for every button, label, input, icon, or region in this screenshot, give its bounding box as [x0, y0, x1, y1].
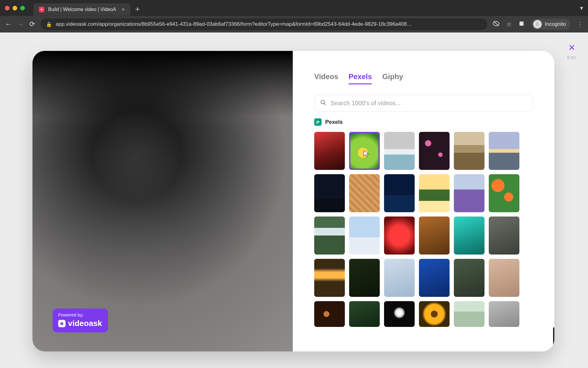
lock-icon: 🔒: [46, 21, 52, 27]
search-icon: [320, 99, 326, 107]
video-thumbnail[interactable]: [454, 132, 484, 170]
incognito-badge[interactable]: 𖠂 Incognito: [531, 19, 570, 30]
video-thumbnail[interactable]: [489, 301, 519, 327]
close-modal-icon[interactable]: ×: [569, 41, 575, 54]
new-tab-button[interactable]: +: [135, 4, 140, 14]
video-thumbnail[interactable]: [384, 132, 415, 170]
video-thumbnail[interactable]: [419, 301, 450, 327]
video-thumbnail[interactable]: [419, 217, 450, 255]
search-input[interactable]: [330, 100, 527, 107]
svg-rect-1: [519, 21, 523, 25]
extensions-icon[interactable]: [518, 21, 525, 28]
tab-pexels[interactable]: Pexels: [349, 72, 372, 84]
back-button[interactable]: ← Back: [553, 328, 554, 351]
video-thumbnail[interactable]: [349, 259, 380, 297]
eye-off-icon[interactable]: [493, 20, 499, 29]
video-thumbnail[interactable]: [349, 217, 380, 255]
kebab-menu-icon[interactable]: ⋮: [577, 21, 583, 28]
powered-by-badge[interactable]: Powered by: ☻ videoask: [53, 309, 108, 332]
video-thumbnail[interactable]: [349, 301, 380, 327]
video-thumbnail[interactable]: [489, 259, 519, 297]
macos-close-button[interactable]: [5, 6, 9, 10]
bookmark-star-icon[interactable]: ☆: [506, 21, 512, 28]
video-thumbnail[interactable]: [314, 301, 345, 327]
browser-tab[interactable]: ▾ Build | Welcome video | VideoA ×: [33, 3, 130, 16]
video-thumbnail[interactable]: [489, 217, 519, 255]
thumbnail-grid: [314, 132, 533, 297]
tab-giphy[interactable]: Giphy: [382, 72, 403, 84]
library-modal: Powered by: ☻ videoask Videos Pexels Gip…: [32, 51, 554, 351]
video-thumbnail[interactable]: [419, 132, 450, 170]
macos-zoom-button[interactable]: [20, 6, 25, 10]
video-thumbnail[interactable]: [314, 132, 345, 170]
search-field[interactable]: [314, 95, 533, 112]
nav-forward-icon[interactable]: →: [17, 20, 24, 28]
incognito-icon: 𖠂: [533, 20, 542, 29]
url-text: app.videoask.com/app/organizations/8b955…: [56, 21, 412, 27]
address-bar[interactable]: 🔒 app.videoask.com/app/organizations/8b9…: [40, 18, 487, 30]
video-thumbnail[interactable]: [384, 301, 415, 327]
tab-favicon: ▾: [39, 7, 44, 12]
nav-reload-icon[interactable]: ⟳: [29, 20, 35, 28]
window-dropdown-icon[interactable]: ▾: [580, 4, 583, 12]
video-thumbnail[interactable]: [454, 259, 484, 297]
attribution-label: Pexels: [325, 119, 343, 125]
tab-title: Build | Welcome video | VideoA: [48, 7, 116, 12]
video-thumbnail[interactable]: [419, 259, 450, 297]
tab-close-icon[interactable]: ×: [122, 6, 125, 13]
video-thumbnail[interactable]: [384, 217, 415, 255]
pexels-logo-icon: P: [314, 118, 322, 126]
video-preview: Powered by: ☻ videoask: [32, 51, 293, 351]
video-thumbnail[interactable]: [314, 259, 345, 297]
tab-videos[interactable]: Videos: [314, 72, 338, 84]
videoask-brand-name: videoask: [68, 319, 102, 328]
video-thumbnail[interactable]: [454, 301, 484, 327]
video-thumbnail[interactable]: [489, 174, 519, 212]
video-thumbnail[interactable]: [314, 174, 345, 212]
video-thumbnail-selected[interactable]: [349, 132, 380, 170]
video-thumbnail[interactable]: [384, 259, 415, 297]
video-thumbnail[interactable]: [454, 217, 484, 255]
nav-back-icon[interactable]: ←: [5, 20, 12, 28]
powered-by-label: Powered by:: [58, 312, 102, 317]
video-thumbnail[interactable]: [419, 174, 450, 212]
arrow-left-icon: ←: [553, 335, 554, 344]
esc-label: ESC: [567, 55, 576, 60]
video-thumbnail[interactable]: [454, 174, 484, 212]
video-thumbnail[interactable]: [349, 174, 380, 212]
macos-minimize-button[interactable]: [13, 6, 17, 10]
video-thumbnail[interactable]: [384, 174, 415, 212]
incognito-label: Incognito: [545, 21, 566, 27]
video-thumbnail[interactable]: [489, 132, 519, 170]
svg-line-3: [324, 103, 325, 105]
video-thumbnail[interactable]: [314, 217, 345, 255]
videoask-logo-icon: ☻: [58, 320, 66, 327]
